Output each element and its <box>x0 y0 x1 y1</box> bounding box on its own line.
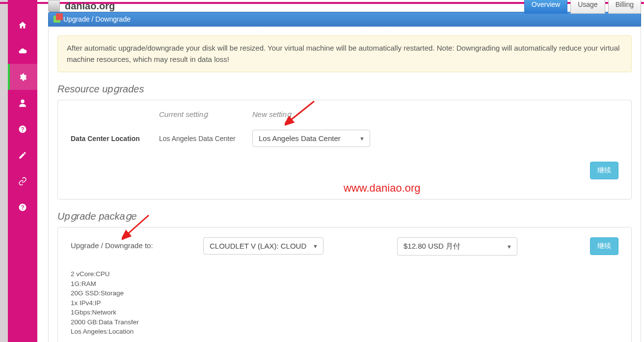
chevron-down-icon: ▼ <box>507 244 512 250</box>
package-price-select[interactable]: $12.80 USD 月付 ▼ <box>397 237 517 256</box>
package-plan-value: CLOUDLET V (LAX): CLOUD <box>210 242 306 250</box>
spec-transfer: 2000 GB:Data Transfer <box>71 317 618 327</box>
chevron-down-icon: ▼ <box>359 136 365 142</box>
sidebar-item-settings[interactable] <box>8 64 37 90</box>
header: daniao.org <box>48 0 115 12</box>
site-title: daniao.org <box>65 0 115 12</box>
watermark: www.daniao.org <box>344 182 421 195</box>
sidebar-item-help2[interactable] <box>8 194 37 220</box>
continue-button-package[interactable]: 继续 <box>590 237 618 255</box>
datacenter-label: Data Center Location <box>71 135 159 142</box>
datacenter-select[interactable]: Los Angeles Data Center ▼ <box>252 130 370 147</box>
top-tabs: Overview Usage Billing <box>521 0 641 14</box>
sidebar-item-user[interactable] <box>8 90 37 116</box>
pencil-icon <box>18 151 27 160</box>
chevron-down-icon: ▼ <box>313 243 318 249</box>
avatar <box>48 0 60 12</box>
resource-section-title: Resource upɡrades <box>57 83 632 95</box>
sidebar-item-link[interactable] <box>8 168 37 194</box>
question-icon <box>18 203 27 212</box>
main-panel: Upgrade / Downgrade After automatic upgr… <box>48 12 641 342</box>
datacenter-row: Data Center Location Los Angeles Data Ce… <box>71 130 618 147</box>
sidebar-item-help[interactable] <box>8 116 37 142</box>
spec-cpu: 2 vCore:CPU <box>71 269 618 279</box>
continue-button-resource[interactable]: 继续 <box>590 162 618 179</box>
root: daniao.org Overview Usage Billing Upgrad… <box>0 0 644 342</box>
col-current-setting: Current settinɡ <box>159 110 252 119</box>
spec-network: 1Gbps:Network <box>71 308 618 317</box>
tab-billing[interactable]: Billing <box>608 0 641 14</box>
user-icon <box>18 99 27 108</box>
datacenter-current: Los Angeles Data Center <box>159 135 252 142</box>
sidebar <box>8 0 37 342</box>
sidebar-item-edit[interactable] <box>8 142 37 168</box>
spec-ip: 1x IPv4:IP <box>71 298 618 308</box>
sidebar-item-home[interactable] <box>8 12 37 38</box>
question-icon <box>18 125 27 134</box>
home-icon <box>18 21 27 29</box>
panel-header-icon <box>54 16 60 23</box>
sidebar-item-cloud[interactable] <box>8 38 37 64</box>
spec-location: Los Angeles:Location <box>71 327 618 337</box>
panel-title: Upgrade / Downgrade <box>63 15 131 23</box>
package-plan-select[interactable]: CLOUDLET V (LAX): CLOUD ▼ <box>203 237 323 255</box>
warning-alert: After automatic upgrade/downgrade your d… <box>57 35 632 72</box>
tab-usage[interactable]: Usage <box>570 0 605 14</box>
datacenter-select-value: Los Angeles Data Center <box>259 134 341 142</box>
panel-header: Upgrade / Downgrade <box>48 12 641 27</box>
gear-icon <box>18 73 27 82</box>
package-upgrade-box: Upgrade / Downgrade to: CLOUDLET V (LAX)… <box>57 227 632 342</box>
spec-ram: 1G:RAM <box>71 279 618 289</box>
annotation-arrow-1 <box>285 97 319 127</box>
link-icon <box>18 177 27 186</box>
setting-headers: Current settinɡ New settinɡ <box>71 110 618 119</box>
svg-line-0 <box>290 101 314 121</box>
annotation-arrow-2 <box>122 211 156 241</box>
svg-line-1 <box>127 215 149 235</box>
spec-storage: 20G SSD:Storage <box>71 288 618 298</box>
tab-overview[interactable]: Overview <box>524 0 567 14</box>
left-gutter <box>0 0 8 342</box>
package-price-value: $12.80 USD 月付 <box>403 242 460 250</box>
package-specs: 2 vCore:CPU 1G:RAM 20G SSD:Storage 1x IP… <box>71 269 618 337</box>
cloud-icon <box>18 47 27 56</box>
